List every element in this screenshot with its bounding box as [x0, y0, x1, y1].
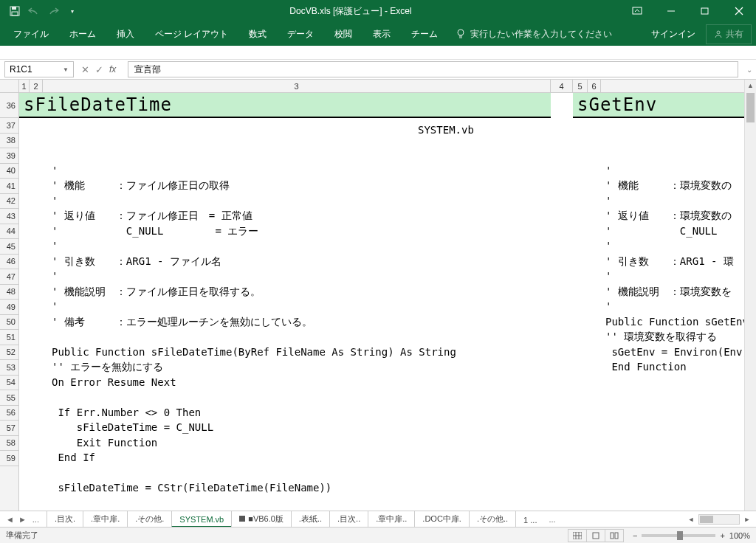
save-button[interactable] [6, 2, 24, 20]
undo-button[interactable] [25, 2, 43, 20]
sheet-tab[interactable]: .目次.. [329, 511, 368, 528]
row-header[interactable]: 42 [0, 194, 18, 210]
ribbon-display-button[interactable] [620, 0, 654, 22]
tab-insert[interactable]: 挿入 [108, 24, 143, 45]
row-header[interactable]: 46 [0, 255, 18, 270]
view-page-break-button[interactable] [605, 529, 624, 542]
formula-expand-button[interactable]: ⌄ [743, 66, 756, 74]
sheet-tab[interactable]: .章中扉. [83, 511, 128, 528]
row-header[interactable]: 41 [0, 179, 18, 194]
row-header[interactable]: 48 [0, 285, 18, 300]
row-header[interactable]: 57 [0, 421, 18, 436]
vertical-scrollbar[interactable]: ▲ ▼ [744, 80, 756, 525]
status-bar: 準備完了 − + 100% [0, 527, 756, 543]
signin-button[interactable]: サインイン [644, 24, 703, 45]
hscroll-left[interactable]: ◄ [685, 516, 697, 523]
tab-formulas[interactable]: 数式 [240, 24, 275, 45]
row-header[interactable]: 49 [0, 300, 18, 315]
view-page-layout-button[interactable] [586, 529, 605, 542]
row-header[interactable]: 43 [0, 209, 18, 224]
row-header[interactable]: 37 [0, 118, 18, 134]
tab-view[interactable]: 表示 [364, 24, 399, 45]
svg-point-8 [458, 30, 464, 35]
svg-rect-2 [12, 12, 18, 15]
zoom-out-button[interactable]: − [633, 531, 637, 540]
col-header[interactable]: 5 [573, 80, 588, 92]
horizontal-scrollbar[interactable]: ◄ ► [685, 514, 756, 525]
title-bar: ▾ DocVB.xls [保護ビュー] - Excel [0, 0, 756, 22]
row-header[interactable]: 56 [0, 406, 18, 421]
minimize-button[interactable] [654, 0, 688, 22]
zoom-slider[interactable] [642, 534, 715, 537]
row-header[interactable]: 58 [0, 436, 18, 452]
hscroll-track[interactable] [698, 514, 740, 525]
grid-icon [573, 532, 582, 539]
col-header[interactable]: 6 [588, 80, 601, 92]
enter-formula-button[interactable]: ✓ [95, 64, 103, 75]
module-label: SYSTEM.vb [418, 122, 474, 138]
row-header[interactable]: 47 [0, 269, 18, 285]
sheet-tab[interactable]: SYSTEM.vb [171, 513, 232, 528]
name-box[interactable]: R1C1 ▼ [4, 61, 74, 77]
tab-data[interactable]: データ [278, 24, 323, 45]
row-header[interactable]: 53 [0, 360, 18, 376]
maximize-button[interactable] [688, 0, 722, 22]
sheet-tab[interactable]: .章中扉.. [368, 511, 415, 528]
tab-home[interactable]: ホーム [61, 24, 105, 45]
col-header[interactable]: 1 [19, 80, 30, 92]
tab-file[interactable]: ファイル [4, 24, 58, 45]
sheet-tab[interactable]: ■VB6.0版 [231, 511, 292, 528]
sheet-tab[interactable]: .表紙.. [291, 511, 330, 528]
col-header[interactable]: 3 [43, 80, 551, 92]
row-header[interactable]: 51 [0, 330, 18, 345]
share-button[interactable]: 共有 [706, 24, 752, 44]
row-header[interactable]: 39 [0, 148, 18, 164]
row-header[interactable]: 50 [0, 315, 18, 331]
view-normal-button[interactable] [568, 529, 587, 542]
svg-rect-16 [593, 533, 599, 539]
row-header[interactable]: 45 [0, 239, 18, 255]
worksheet-area: 1 2 3 4 5 6 3637383940414243444546474849… [0, 80, 756, 525]
tab-team[interactable]: チーム [402, 24, 447, 45]
sheet-nav: ◄ ► ... [0, 515, 47, 524]
close-button[interactable] [722, 0, 756, 22]
col-header[interactable]: 4 [551, 80, 573, 92]
scroll-thumb[interactable] [746, 93, 755, 122]
redo-button[interactable] [44, 2, 62, 20]
row-header[interactable]: 36 [0, 93, 18, 118]
sheet-nav-prev[interactable]: ◄ [4, 515, 16, 524]
zoom-knob[interactable] [677, 531, 683, 540]
row-header[interactable]: 59 [0, 451, 18, 466]
sheet-tab[interactable]: .目次. [47, 511, 83, 528]
tab-page-layout[interactable]: ページ レイアウト [146, 24, 237, 45]
col-header[interactable]: 2 [30, 80, 43, 92]
hscroll-thumb[interactable] [700, 516, 713, 523]
row-header[interactable]: 55 [0, 390, 18, 406]
row-header[interactable]: 52 [0, 345, 18, 361]
svg-rect-3 [633, 7, 642, 14]
section-header-right: sGetEnv [573, 93, 744, 118]
tell-me[interactable]: 実行したい作業を入力してください [456, 28, 612, 41]
qat-customize[interactable]: ▾ [63, 2, 81, 20]
fx-icon[interactable]: fx [109, 64, 120, 75]
tab-review[interactable]: 校閲 [326, 24, 361, 45]
select-all-corner[interactable] [0, 80, 19, 92]
ribbon-tabs: ファイル ホーム 挿入 ページ レイアウト 数式 データ 校閲 表示 チーム 実… [0, 22, 756, 46]
zoom-in-button[interactable]: + [720, 531, 724, 540]
row-header[interactable]: 44 [0, 224, 18, 240]
sheet-tab[interactable]: .その他. [127, 511, 172, 528]
row-header[interactable]: 38 [0, 134, 18, 149]
cancel-formula-button[interactable]: ✕ [81, 64, 89, 75]
sheet-tab[interactable]: .DOC中扉. [414, 511, 470, 528]
scroll-up-button[interactable]: ▲ [745, 80, 756, 91]
sheet-nav-next[interactable]: ► [17, 515, 28, 524]
sheet-tab[interactable]: 1 ... [515, 513, 544, 528]
row-header[interactable]: 54 [0, 376, 18, 391]
sheet-tabs-more[interactable]: ... [544, 515, 560, 524]
hscroll-right[interactable]: ► [741, 516, 753, 523]
formula-input[interactable]: 宣言部 [128, 61, 738, 77]
grid[interactable]: sFileDateTime sGetEnv SYSTEM.vb ' ' 機能 ：… [19, 93, 744, 525]
ribbon-display-icon [632, 7, 642, 15]
row-header[interactable]: 40 [0, 164, 18, 179]
sheet-tab[interactable]: .その他.. [469, 511, 516, 528]
